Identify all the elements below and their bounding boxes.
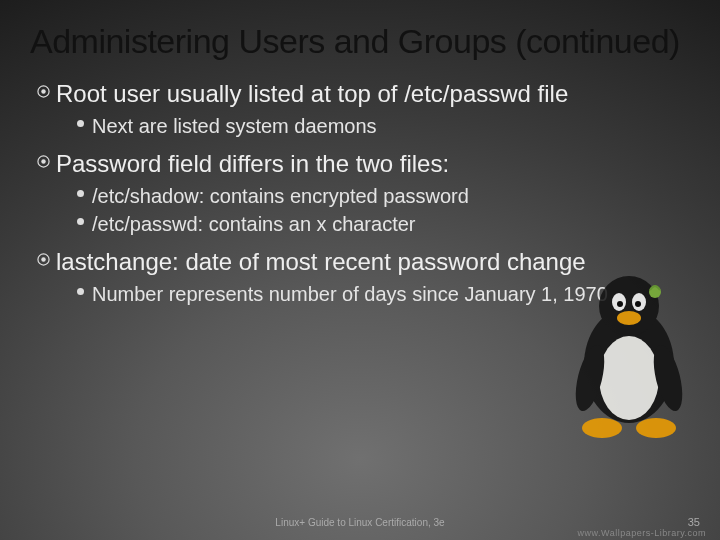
slide-title: Administering Users and Groups (continue… bbox=[30, 22, 690, 61]
list-item: Password field differs in the two files:… bbox=[30, 149, 690, 237]
target-bullet-icon bbox=[30, 247, 56, 266]
svg-point-13 bbox=[617, 311, 641, 325]
bullet-text: Password field differs in the two files: bbox=[56, 149, 690, 179]
dot-bullet-icon bbox=[68, 281, 92, 295]
sub-bullet-text: Next are listed system daemons bbox=[92, 113, 690, 139]
svg-point-3 bbox=[41, 159, 45, 163]
dot-bullet-icon bbox=[68, 211, 92, 225]
svg-point-5 bbox=[41, 257, 45, 261]
footer-text: Linux+ Guide to Linux Certification, 3e bbox=[0, 517, 720, 528]
svg-point-16 bbox=[570, 342, 610, 414]
page-number: 35 bbox=[688, 516, 700, 528]
sub-bullet-text: Number represents number of days since J… bbox=[92, 281, 690, 307]
list-item: /etc/passwd: contains an x character bbox=[68, 211, 690, 237]
target-bullet-icon bbox=[30, 79, 56, 98]
bullet-list: Root user usually listed at top of /etc/… bbox=[30, 79, 690, 307]
svg-point-14 bbox=[582, 418, 622, 438]
target-bullet-icon bbox=[30, 149, 56, 168]
sublist: Number represents number of days since J… bbox=[68, 281, 690, 307]
slide: Administering Users and Groups (continue… bbox=[0, 0, 720, 540]
list-item: Root user usually listed at top of /etc/… bbox=[30, 79, 690, 139]
bullet-text: lastchange: date of most recent password… bbox=[56, 247, 690, 277]
sub-bullet-text: /etc/shadow: contains encrypted password bbox=[92, 183, 690, 209]
sublist: /etc/shadow: contains encrypted password… bbox=[68, 183, 690, 237]
bullet-text: Root user usually listed at top of /etc/… bbox=[56, 79, 690, 109]
sub-bullet-text: /etc/passwd: contains an x character bbox=[92, 211, 690, 237]
dot-bullet-icon bbox=[68, 183, 92, 197]
svg-point-17 bbox=[648, 342, 688, 414]
svg-point-1 bbox=[41, 89, 45, 93]
list-item: lastchange: date of most recent password… bbox=[30, 247, 690, 307]
svg-point-15 bbox=[636, 418, 676, 438]
sublist: Next are listed system daemons bbox=[68, 113, 690, 139]
dot-bullet-icon bbox=[68, 113, 92, 127]
list-item: Number represents number of days since J… bbox=[68, 281, 690, 307]
svg-point-6 bbox=[584, 307, 674, 423]
list-item: Next are listed system daemons bbox=[68, 113, 690, 139]
list-item: /etc/shadow: contains encrypted password bbox=[68, 183, 690, 209]
svg-point-7 bbox=[599, 336, 659, 420]
watermark: www.Wallpapers-Library.com bbox=[577, 528, 706, 538]
